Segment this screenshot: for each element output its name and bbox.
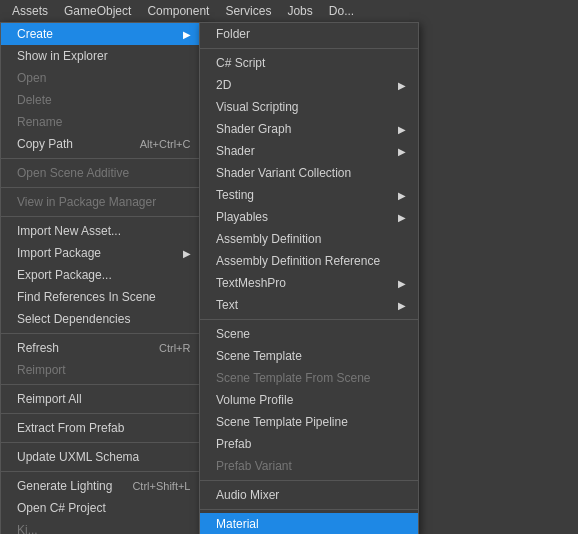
submenu-item-folder-label: Folder (216, 27, 250, 41)
menu-item-show-explorer-label: Show in Explorer (17, 49, 108, 63)
submenu-item-text[interactable]: Text ▶ (200, 294, 418, 316)
generate-lighting-shortcut: Ctrl+Shift+L (132, 480, 190, 492)
separator-5 (1, 384, 203, 385)
submenu-item-assembly-definition-label: Assembly Definition (216, 232, 321, 246)
submenu-item-scene-template-from-scene: Scene Template From Scene (200, 367, 418, 389)
submenu-item-shader[interactable]: Shader ▶ (200, 140, 418, 162)
menu-item-import-package[interactable]: Import Package ▶ (1, 242, 203, 264)
submenu-item-shader-variant-label: Shader Variant Collection (216, 166, 351, 180)
menu-item-reimport-all[interactable]: Reimport All (1, 388, 203, 410)
menu-item-rename: Rename (1, 111, 203, 133)
submenu-item-prefab-variant-label: Prefab Variant (216, 459, 292, 473)
submenu-item-assembly-definition[interactable]: Assembly Definition (200, 228, 418, 250)
menu-item-delete-label: Delete (17, 93, 52, 107)
submenu-item-scene-label: Scene (216, 327, 250, 341)
menu-item-import-new-asset[interactable]: Import New Asset... (1, 220, 203, 242)
menu-item-refresh[interactable]: Refresh Ctrl+R (1, 337, 203, 359)
submenu-item-text-label: Text (216, 298, 238, 312)
menu-item-extract-prefab-label: Extract From Prefab (17, 421, 124, 435)
menu-item-open-label: Open (17, 71, 46, 85)
menubar-item-component[interactable]: Component (139, 0, 217, 22)
submenu-item-shader-variant[interactable]: Shader Variant Collection (200, 162, 418, 184)
menu-item-show-explorer[interactable]: Show in Explorer (1, 45, 203, 67)
menu-item-select-dependencies[interactable]: Select Dependencies (1, 308, 203, 330)
text-arrow-icon: ▶ (398, 300, 406, 311)
separator-8 (1, 471, 203, 472)
menu-item-reimport-all-label: Reimport All (17, 392, 82, 406)
submenu-item-volume-profile[interactable]: Volume Profile (200, 389, 418, 411)
submenu-item-folder[interactable]: Folder (200, 23, 418, 45)
submenu-item-csharp-script[interactable]: C# Script (200, 52, 418, 74)
menu-item-generate-lighting[interactable]: Generate Lighting Ctrl+Shift+L (1, 475, 203, 497)
playables-arrow-icon: ▶ (398, 212, 406, 223)
submenu-item-shader-graph-label: Shader Graph (216, 122, 291, 136)
dropdown-container: Create ▶ Show in Explorer Open Delete Re… (0, 22, 204, 534)
testing-arrow-icon: ▶ (398, 190, 406, 201)
submenu-item-csharp-script-label: C# Script (216, 56, 265, 70)
menu-item-reimport: Reimport (1, 359, 203, 381)
submenu-item-material[interactable]: Material (200, 513, 418, 534)
separator-1 (1, 158, 203, 159)
menubar-item-gameobject[interactable]: GameObject (56, 0, 139, 22)
menu-item-ki-label: Ki... (17, 523, 38, 534)
menubar-item-jobs[interactable]: Jobs (279, 0, 320, 22)
submenu-item-2d-label: 2D (216, 78, 231, 92)
textmeshpro-arrow-icon: ▶ (398, 278, 406, 289)
menu-item-create-label: Create (17, 27, 53, 41)
separator-2 (1, 187, 203, 188)
menu-item-copy-path[interactable]: Copy Path Alt+Ctrl+C (1, 133, 203, 155)
menu-item-find-references[interactable]: Find References In Scene (1, 286, 203, 308)
submenu-item-scene-template-pipeline-label: Scene Template Pipeline (216, 415, 348, 429)
menubar-item-assets[interactable]: Assets (4, 0, 56, 22)
menu-item-open-csharp[interactable]: Open C# Project (1, 497, 203, 519)
menu-item-open-scene-additive-label: Open Scene Additive (17, 166, 129, 180)
create-arrow-icon: ▶ (183, 29, 191, 40)
submenu-item-scene-template-pipeline[interactable]: Scene Template Pipeline (200, 411, 418, 433)
menu-item-copy-path-label: Copy Path (17, 137, 73, 151)
separator-3 (1, 216, 203, 217)
create-separator-2 (200, 319, 418, 320)
import-package-arrow-icon: ▶ (183, 248, 191, 259)
menu-item-ki: Ki... (1, 519, 203, 534)
separator-6 (1, 413, 203, 414)
submenu-item-scene-template[interactable]: Scene Template (200, 345, 418, 367)
shader-arrow-icon: ▶ (398, 146, 406, 157)
menu-item-open-csharp-label: Open C# Project (17, 501, 106, 515)
menu-item-import-new-asset-label: Import New Asset... (17, 224, 121, 238)
menubar-item-services[interactable]: Services (217, 0, 279, 22)
submenu-item-scene-template-label: Scene Template (216, 349, 302, 363)
submenu-item-prefab-label: Prefab (216, 437, 251, 451)
submenu-item-audio-mixer[interactable]: Audio Mixer (200, 484, 418, 506)
menu-item-extract-prefab[interactable]: Extract From Prefab (1, 417, 203, 439)
submenu-item-shader-label: Shader (216, 144, 255, 158)
submenu-item-volume-profile-label: Volume Profile (216, 393, 293, 407)
menubar: Assets GameObject Component Services Job… (0, 0, 578, 22)
copy-path-shortcut: Alt+Ctrl+C (140, 138, 191, 150)
menu-item-update-uxml[interactable]: Update UXML Schema (1, 446, 203, 468)
menu-item-view-package-manager: View in Package Manager (1, 191, 203, 213)
submenu-item-scene[interactable]: Scene (200, 323, 418, 345)
submenu-item-playables-label: Playables (216, 210, 268, 224)
separator-4 (1, 333, 203, 334)
refresh-shortcut: Ctrl+R (159, 342, 190, 354)
menu-item-create[interactable]: Create ▶ (1, 23, 203, 45)
menubar-item-do[interactable]: Do... (321, 0, 362, 22)
menu-item-rename-label: Rename (17, 115, 62, 129)
submenu-item-textmeshpro-label: TextMeshPro (216, 276, 286, 290)
submenu-item-assembly-definition-ref[interactable]: Assembly Definition Reference (200, 250, 418, 272)
submenu-item-scene-template-from-scene-label: Scene Template From Scene (216, 371, 371, 385)
submenu-item-shader-graph[interactable]: Shader Graph ▶ (200, 118, 418, 140)
menu-item-find-references-label: Find References In Scene (17, 290, 156, 304)
menu-item-select-dependencies-label: Select Dependencies (17, 312, 130, 326)
menu-item-export-package[interactable]: Export Package... (1, 264, 203, 286)
submenu-item-visual-scripting[interactable]: Visual Scripting (200, 96, 418, 118)
submenu-item-prefab-variant: Prefab Variant (200, 455, 418, 477)
submenu-item-textmeshpro[interactable]: TextMeshPro ▶ (200, 272, 418, 294)
submenu-item-testing[interactable]: Testing ▶ (200, 184, 418, 206)
menu-item-reimport-label: Reimport (17, 363, 66, 377)
submenu-item-playables[interactable]: Playables ▶ (200, 206, 418, 228)
submenu-item-prefab[interactable]: Prefab (200, 433, 418, 455)
submenu-item-2d[interactable]: 2D ▶ (200, 74, 418, 96)
submenu-item-audio-mixer-label: Audio Mixer (216, 488, 279, 502)
menu-item-export-package-label: Export Package... (17, 268, 112, 282)
